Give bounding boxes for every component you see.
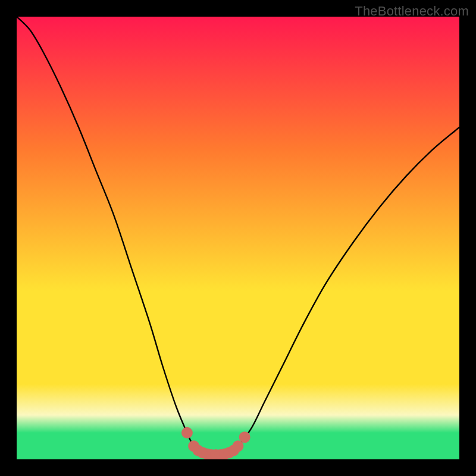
chart-frame: TheBottleneck.com xyxy=(0,0,476,476)
chart-svg xyxy=(17,17,459,459)
watermark-text: TheBottleneck.com xyxy=(355,4,469,19)
gradient-background xyxy=(17,17,459,459)
curve-marker xyxy=(181,427,193,439)
curve-marker xyxy=(239,431,250,443)
plot-area xyxy=(17,17,459,459)
